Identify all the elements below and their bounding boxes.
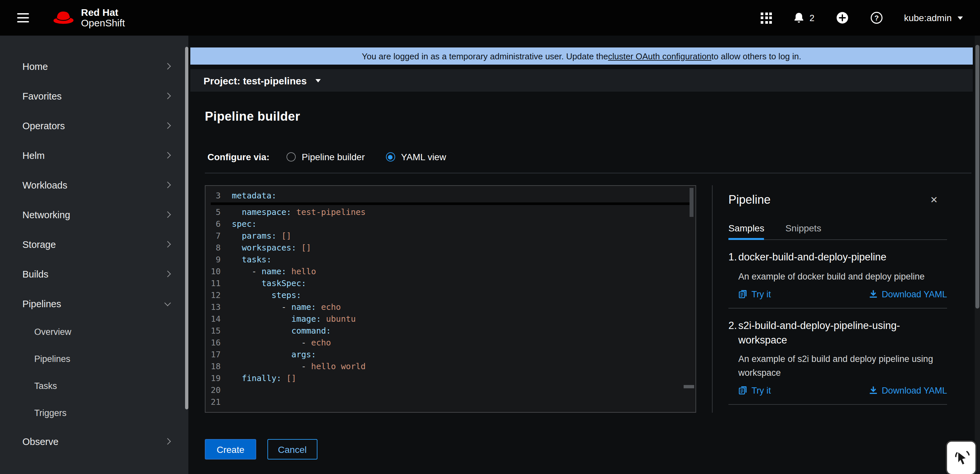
editor-line: 5 namespace: test-pipelines: [205, 206, 695, 218]
sidebar-item-label: Observe: [22, 436, 59, 447]
project-selector-label: Project: test-pipelines: [204, 75, 307, 86]
nav-toggle-button[interactable]: [17, 13, 29, 22]
oauth-config-link[interactable]: cluster OAuth configuration: [608, 51, 711, 61]
editor-line-number: 3: [205, 190, 232, 202]
brand-line1: Red Hat: [81, 7, 125, 18]
close-icon: ✕: [930, 195, 938, 205]
download-icon: [869, 386, 878, 395]
builder-area: 3metadata:5 namespace: test-pipelines6sp…: [190, 185, 973, 413]
editor-line: 13 - name: echo: [205, 301, 695, 313]
sidebar-item-workloads[interactable]: Workloads: [0, 170, 188, 200]
chevron-down-icon: [164, 299, 171, 306]
sample-item: 2.s2i-build-and-deploy-pipeline-using-wo…: [729, 308, 947, 405]
help-circle-icon: ?: [870, 11, 883, 24]
yaml-editor[interactable]: 3metadata:5 namespace: test-pipelines6sp…: [205, 185, 696, 413]
yaml-editor-lines: 3metadata:5 namespace: test-pipelines6sp…: [205, 190, 695, 408]
chevron-right-icon: [164, 122, 171, 129]
download-yaml-link[interactable]: Download YAML: [869, 289, 947, 299]
radio-yaml-view[interactable]: YAML view: [386, 152, 446, 162]
sample-index: 2.: [729, 318, 738, 347]
banner-text-after: to allow others to log in.: [711, 51, 801, 61]
sidebar-item-networking[interactable]: Networking: [0, 200, 188, 230]
sidebar-item-operators[interactable]: Operators: [0, 111, 188, 140]
samples-list: 1.docker-build-and-deploy-pipelineAn exa…: [729, 240, 947, 405]
download-icon: [869, 290, 878, 299]
editor-line-number: 9: [205, 254, 232, 266]
cursor-click-icon: [951, 448, 971, 468]
editor-line-number: 21: [205, 396, 232, 408]
sidebar-item-label: Operators: [22, 120, 65, 131]
sample-description: An example of docker build and deploy pi…: [738, 270, 947, 284]
editor-line: 20: [205, 385, 695, 396]
download-yaml-label: Download YAML: [881, 289, 947, 299]
caret-down-icon: [315, 79, 320, 82]
sidebar-item-builds[interactable]: Builds: [0, 259, 188, 289]
app-launcher-button[interactable]: [761, 12, 772, 23]
editor-line-number: 19: [205, 372, 232, 385]
download-yaml-label: Download YAML: [881, 386, 947, 396]
sidebar-subitem-overview[interactable]: Overview: [0, 318, 188, 345]
editor-line: 3metadata:: [205, 190, 695, 202]
sidebar-item-home[interactable]: Home: [0, 51, 188, 81]
try-it-icon: [738, 386, 748, 395]
user-menu[interactable]: kube:admin: [904, 13, 963, 23]
masthead-toolbar: 2 ? kube:admin: [761, 11, 963, 24]
cancel-button[interactable]: Cancel: [267, 439, 317, 460]
project-selector[interactable]: Project: test-pipelines: [190, 69, 973, 92]
close-panel-button[interactable]: ✕: [930, 195, 938, 205]
sidebar-item-helm[interactable]: Helm: [0, 140, 188, 170]
editor-line: 18 - hello world: [205, 361, 695, 372]
try-it-link[interactable]: Try it: [738, 289, 771, 299]
chevron-right-icon: [164, 63, 171, 70]
tab-snippets[interactable]: Snippets: [785, 223, 821, 239]
editor-line-number: 5: [205, 206, 232, 218]
notification-count: 2: [810, 13, 815, 23]
configure-via-row: Configure via: Pipeline builderYAML view: [207, 152, 973, 162]
editor-line: 11 taskSpec:: [205, 278, 695, 289]
help-button[interactable]: ?: [870, 11, 883, 24]
redhat-openshift-logo[interactable]: Red Hat OpenShift: [51, 7, 125, 28]
editor-line-number: 18: [205, 361, 232, 372]
masthead: Red Hat OpenShift 2: [0, 0, 980, 36]
chevron-right-icon: [164, 241, 171, 247]
sidebar-subitem-triggers[interactable]: Triggers: [0, 399, 188, 426]
create-button[interactable]: Create: [205, 439, 256, 460]
sidebar-scrollbar-thumb[interactable]: [185, 47, 188, 409]
main-content: You are logged in as a temporary adminis…: [188, 36, 975, 474]
editor-line: 15 command:: [205, 325, 695, 337]
editor-line-number: 17: [205, 349, 232, 361]
sidebar-subitem-pipelines[interactable]: Pipelines: [0, 345, 188, 372]
sidebar-item-favorites[interactable]: Favorites: [0, 81, 188, 111]
sidebar-item-observe[interactable]: Observe: [0, 426, 188, 456]
radio-selected-icon: [386, 152, 395, 161]
pointer-overlay: [946, 440, 977, 474]
editor-line-number: 15: [205, 325, 232, 337]
try-it-link[interactable]: Try it: [738, 386, 771, 396]
editor-line: 19 finally: []: [205, 372, 695, 385]
notifications-button[interactable]: 2: [793, 12, 815, 24]
editor-scrollbar-thumb[interactable]: [690, 188, 694, 217]
window-scrollbar-thumb[interactable]: [975, 45, 979, 308]
tab-samples[interactable]: Samples: [729, 223, 764, 239]
sidebar-item-pipelines[interactable]: Pipelines: [0, 289, 188, 318]
sidebar-subitem-tasks[interactable]: Tasks: [0, 372, 188, 399]
sidebar-item-label: Home: [22, 61, 48, 72]
bell-icon: [793, 12, 805, 24]
section-divider: [205, 173, 971, 173]
add-button[interactable]: [835, 11, 849, 24]
configure-options: Pipeline builderYAML view: [286, 152, 446, 162]
sidebar-item-label: Networking: [22, 209, 70, 220]
window-scrollbar[interactable]: [975, 36, 980, 474]
radio-label: YAML view: [401, 152, 446, 162]
sidebar-item-storage[interactable]: Storage: [0, 230, 188, 259]
sidebar-item-label: Workloads: [22, 180, 67, 190]
banner-text-before: You are logged in as a temporary adminis…: [362, 51, 608, 61]
brand-line2: OpenShift: [81, 18, 125, 28]
radio-pipeline-builder[interactable]: Pipeline builder: [286, 152, 364, 162]
editor-line: 17 args:: [205, 349, 695, 361]
editor-overview-mark: [684, 385, 694, 388]
editor-line: 16 - echo: [205, 337, 695, 349]
svg-text:?: ?: [874, 14, 878, 22]
download-yaml-link[interactable]: Download YAML: [869, 386, 947, 396]
collapsed-region-divider: [211, 203, 692, 205]
